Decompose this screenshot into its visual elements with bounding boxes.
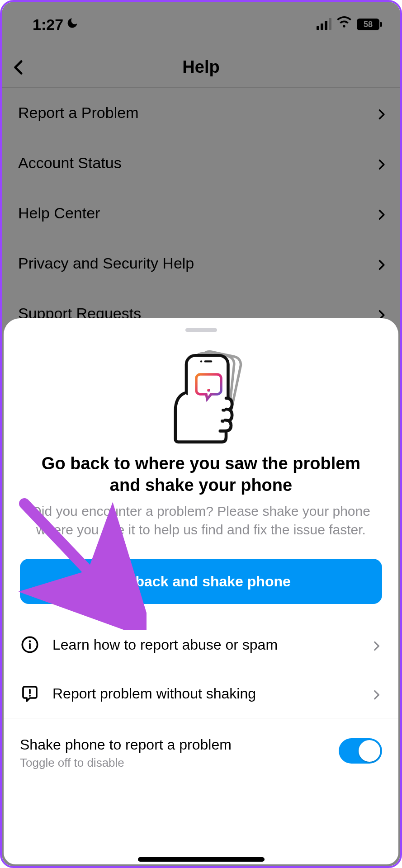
- status-time: 1:27: [33, 16, 63, 33]
- svg-point-11: [29, 695, 31, 697]
- wifi-icon: [337, 15, 351, 33]
- battery-percent: 58: [357, 19, 379, 30]
- chevron-right-icon: [375, 157, 388, 170]
- list-item-label: Help Center: [18, 204, 100, 222]
- cellular-signal-icon: [317, 19, 331, 30]
- battery-icon: 58: [357, 19, 382, 30]
- sheet-grabber[interactable]: [185, 328, 217, 332]
- go-back-shake-button[interactable]: Go back and shake phone: [20, 559, 382, 604]
- help-item-help-center[interactable]: Help Center: [2, 188, 400, 238]
- sheet-description: Did you encounter a problem? Please shak…: [4, 496, 398, 539]
- shake-toggle[interactable]: [339, 738, 382, 764]
- help-list: Report a Problem Account Status Help Cen…: [2, 88, 400, 339]
- svg-point-6: [207, 389, 210, 392]
- row-label: Learn how to report abuse or spam: [52, 637, 358, 653]
- chevron-right-icon: [370, 688, 382, 699]
- help-item-privacy-security[interactable]: Privacy and Security Help: [2, 238, 400, 288]
- help-item-report-problem[interactable]: Report a Problem: [2, 88, 400, 138]
- info-icon: [20, 635, 40, 655]
- learn-report-abuse-row[interactable]: Learn how to report abuse or spam: [4, 620, 398, 669]
- chevron-right-icon: [375, 107, 388, 119]
- list-item-label: Account Status: [18, 154, 122, 172]
- report-without-shaking-row[interactable]: Report problem without shaking: [4, 669, 398, 718]
- svg-rect-4: [204, 360, 212, 362]
- chevron-right-icon: [375, 257, 388, 270]
- chevron-right-icon: [370, 639, 382, 651]
- svg-point-3: [200, 360, 202, 362]
- toggle-subtitle: Toggle off to disable: [20, 756, 232, 770]
- sheet-title: Go back to where you saw the problem and…: [4, 453, 398, 496]
- shake-phone-illustration: [151, 344, 251, 444]
- back-icon[interactable]: [10, 58, 28, 76]
- report-bubble-icon: [20, 684, 40, 703]
- status-bar: 1:27 58: [2, 2, 400, 47]
- home-indicator[interactable]: [138, 857, 265, 862]
- toggle-title: Shake phone to report a problem: [20, 736, 232, 753]
- nav-header: Help: [2, 47, 400, 88]
- shake-toggle-section: Shake phone to report a problem Toggle o…: [4, 718, 398, 781]
- list-item-label: Report a Problem: [18, 104, 138, 122]
- row-label: Report problem without shaking: [52, 685, 358, 702]
- svg-point-9: [29, 640, 31, 642]
- help-item-account-status[interactable]: Account Status: [2, 138, 400, 188]
- do-not-disturb-icon: [66, 17, 79, 33]
- page-title: Help: [2, 57, 400, 77]
- chevron-right-icon: [375, 207, 388, 220]
- report-problem-sheet: Go back to where you saw the problem and…: [4, 318, 398, 864]
- sheet-option-list: Learn how to report abuse or spam Report…: [4, 620, 398, 718]
- list-item-label: Privacy and Security Help: [18, 255, 194, 272]
